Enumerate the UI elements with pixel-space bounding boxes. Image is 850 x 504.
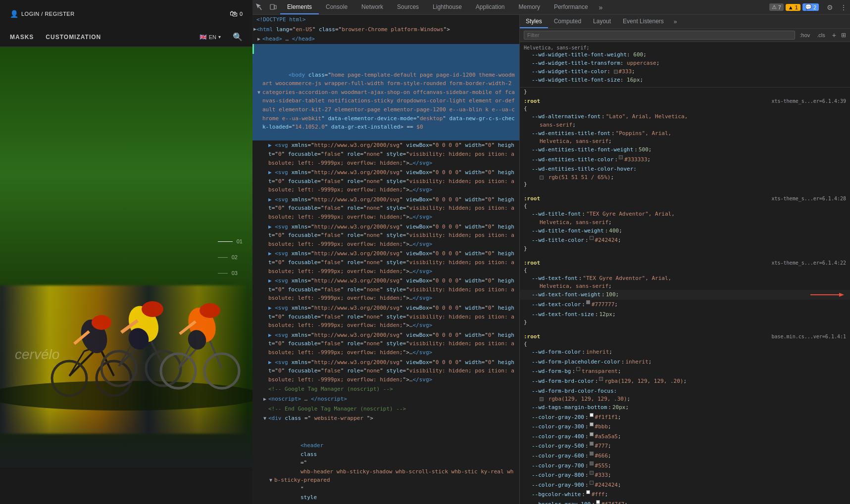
css-prop-form-color[interactable]: --wd-form-color : inherit ; <box>520 347 850 357</box>
warning-badge[interactable]: ⚠ 7 <box>769 3 784 11</box>
dom-line-svg-6[interactable]: ▶ <svg xmlns="http://www.w3.org/2000/svg… <box>252 276 519 303</box>
tab-sources[interactable]: Sources <box>390 0 426 14</box>
expand-website-wrapper[interactable]: ▼ <box>262 414 267 422</box>
tab-performance[interactable]: Performance <box>547 0 595 14</box>
dom-panel[interactable]: <!DOCTYPE html> ▶ <html lang="en-US" cla… <box>252 15 520 504</box>
css-prop-text-color[interactable]: --wd-text-color : #777777 ; <box>520 300 850 310</box>
css-prop-gray-600[interactable]: --color-gray-600 : #666 ; <box>520 451 850 461</box>
css-prop-text-fw[interactable]: --wd-text-font-weight : 100 ; <box>520 290 850 300</box>
tab-application[interactable]: Application <box>469 0 512 14</box>
css-prop-text-size[interactable]: --wd-text-font-size : 12px ; <box>520 310 850 320</box>
swatch-gray-200[interactable] <box>590 413 594 417</box>
css-prop-form-brd[interactable]: --wd-form-brd-color : rgba(129, 129, 129… <box>520 376 850 386</box>
class-filter-cls[interactable]: .cls <box>815 31 827 39</box>
swatch-form-bg[interactable] <box>576 367 580 371</box>
dom-line-svg-7[interactable]: ▶ <svg xmlns="http://www.w3.org/2000/svg… <box>252 303 519 330</box>
dom-line-noscript[interactable]: ▶ <noscript> … </noscript> <box>252 394 519 404</box>
css-prop-form-placeholder[interactable]: --wd-form-placeholder-color : inherit ; <box>520 357 850 367</box>
devtools-settings-button[interactable]: ⚙ <box>823 0 837 14</box>
login-register-link[interactable]: 👤 LOGIN / REGISTER <box>10 10 75 18</box>
styles-filter-input[interactable] <box>524 31 795 40</box>
expand-header[interactable]: ▼ <box>268 476 273 484</box>
expand-html[interactable]: ▶ <box>252 25 257 33</box>
css-prop-gray-200[interactable]: --color-gray-200 : #f1f1f1 ; <box>520 412 850 422</box>
tab-event-listeners[interactable]: Event Listeners <box>617 15 670 28</box>
swatch-form-brd[interactable] <box>599 377 603 381</box>
tab-styles[interactable]: Styles <box>520 15 548 28</box>
css-prop-gray-800[interactable]: --color-gray-800 : #333 ; <box>520 470 850 480</box>
devtools-menu-button[interactable]: ⋮ <box>837 0 850 14</box>
dom-line-website-wrapper[interactable]: ▼ <div class =" website-wrapper "> <box>252 413 519 423</box>
slide-indicator-3[interactable]: 03 <box>218 270 243 276</box>
css-prop-title-fw[interactable]: --wd-title-font-weight : 400 ; <box>520 226 850 236</box>
dom-line-svg-8[interactable]: ▶ <svg xmlns="http://www.w3.org/2000/svg… <box>252 330 519 358</box>
css-prop-title-color[interactable]: --wd-title-color : #242424 ; <box>520 235 850 245</box>
swatch-form-brd-focus[interactable] <box>540 397 544 401</box>
swatch-gray-500[interactable] <box>590 442 594 446</box>
swatch-entities-color[interactable] <box>619 155 623 159</box>
dom-line-svg-5[interactable]: ▶ <svg xmlns="http://www.w3.org/2000/svg… <box>252 249 519 276</box>
swatch-gray-800[interactable] <box>590 471 594 475</box>
tab-network[interactable]: Network <box>354 0 390 14</box>
dom-line-head[interactable]: ▶ <head> … </head> <box>252 34 519 44</box>
styles-content[interactable]: Helvetica, sans-serif; --wd-widget-title… <box>520 42 850 504</box>
css-prop-tags-margin[interactable]: --wd-tags-margin-bottom : 20px ; <box>520 403 850 412</box>
css-prop-entities-color[interactable]: --wd-entities-title-color : #333333 ; <box>520 155 850 165</box>
swatch-gray-900[interactable] <box>590 481 594 485</box>
css-prop-gray-300[interactable]: --color-gray-300 : #bbb ; <box>520 422 850 432</box>
dom-line-body[interactable]: ▼ <body class="home page-template-defaul… <box>252 44 519 141</box>
search-icon[interactable]: 🔍 <box>233 32 243 42</box>
dom-line-svg-2[interactable]: ▶ <svg xmlns="http://www.w3.org/2000/svg… <box>252 168 519 195</box>
dom-line-svg-9[interactable]: ▶ <svg xmlns="http://www.w3.org/2000/svg… <box>252 358 519 385</box>
dom-line-doctype[interactable]: <!DOCTYPE html> <box>252 15 519 25</box>
dom-line-gtm-comment[interactable]: <!-- Google Tag Manager (noscript) --> <box>252 384 519 394</box>
swatch-title-color[interactable] <box>590 236 594 240</box>
swatch-gray-300[interactable] <box>590 422 594 426</box>
message-badge[interactable]: 💬 2 <box>802 3 819 11</box>
dom-line-header[interactable]: ▼ <header class =" whb-header whb-sticky… <box>252 423 519 504</box>
lang-selector[interactable]: 🇬🇧 EN ▾ <box>200 34 221 41</box>
device-toolbar-button[interactable] <box>266 0 280 14</box>
swatch-bgcolor-white[interactable] <box>586 490 590 494</box>
tab-layout[interactable]: Layout <box>587 15 617 28</box>
swatch-entities-hover[interactable] <box>540 176 544 180</box>
swatch-gray-400[interactable] <box>590 432 594 436</box>
dom-line-svg-1[interactable]: ▶ <svg xmlns="http://www.w3.org/2000/svg… <box>252 140 519 168</box>
css-prop-title-font[interactable]: --wd-title-font : "TEX Gyre Adventor", A… <box>520 209 850 219</box>
tab-console[interactable]: Console <box>319 0 354 14</box>
inspect-element-button[interactable] <box>252 0 266 14</box>
dom-line-svg-4[interactable]: ▶ <svg xmlns="http://www.w3.org/2000/svg… <box>252 222 519 249</box>
tab-computed[interactable]: Computed <box>548 15 587 28</box>
expand-head[interactable]: ▶ <box>256 35 261 43</box>
tab-lighthouse[interactable]: Lighthouse <box>426 0 469 14</box>
more-styles-tabs[interactable]: » <box>670 15 681 28</box>
more-tabs-button[interactable]: » <box>595 0 607 14</box>
css-prop-entities-fw[interactable]: --wd-entities-title-font-weight : 500 ; <box>520 145 850 155</box>
css-prop-text-font[interactable]: --wd-text-font : "TEX Gyre Adventor", Ar… <box>520 274 850 283</box>
expand-body[interactable]: ▼ <box>256 89 261 96</box>
swatch-gray-700[interactable] <box>590 461 594 465</box>
dom-line-svg-3[interactable]: ▶ <svg xmlns="http://www.w3.org/2000/svg… <box>252 195 519 222</box>
css-prop-form-bg[interactable]: --wd-form-bg : transparent ; <box>520 367 850 376</box>
add-style-button[interactable]: + <box>830 31 838 39</box>
swatch-gray-600[interactable] <box>590 452 594 456</box>
swatch-text-color[interactable] <box>586 300 590 304</box>
tab-memory[interactable]: Memory <box>512 0 547 14</box>
css-prop-gray-500[interactable]: --color-gray-500 : #777 ; <box>520 441 850 451</box>
css-prop-gray-700[interactable]: --color-gray-700 : #555 ; <box>520 461 850 471</box>
css-prop-gray-900[interactable]: --color-gray-900 : #242424 ; <box>520 480 850 490</box>
dom-line-gtm-comment-end[interactable]: <!-- End Google Tag Manager (noscript) -… <box>252 404 519 414</box>
expand-noscript[interactable]: ▶ <box>262 395 267 403</box>
nav-masks[interactable]: MASKS <box>10 34 34 41</box>
color-swatch-333[interactable] <box>614 70 618 74</box>
dom-line-html[interactable]: ▶ <html lang="en-US" class="browser-Chro… <box>252 25 519 35</box>
nav-customization[interactable]: CUSTOMIZATION <box>46 34 101 41</box>
pseudo-filter-hov[interactable]: :hov <box>798 31 812 39</box>
css-prop-gray-400[interactable]: --color-gray-400 : #a5a5a5 ; <box>520 432 850 442</box>
error-badge[interactable]: ▲ 1 <box>786 4 800 11</box>
slide-indicator-2[interactable]: 02 <box>218 254 243 260</box>
css-prop-form-brd-focus[interactable]: --wd-form-brd-color-focus: <box>520 386 850 396</box>
css-prop-entities-color-hover[interactable]: --wd-entities-title-color-hover: <box>520 164 850 174</box>
css-prop-becolor-gray-100[interactable]: --becolor-gray-100 : #f7f7f7 ; <box>520 500 850 504</box>
swatch-becolor-gray-100[interactable] <box>596 500 600 504</box>
